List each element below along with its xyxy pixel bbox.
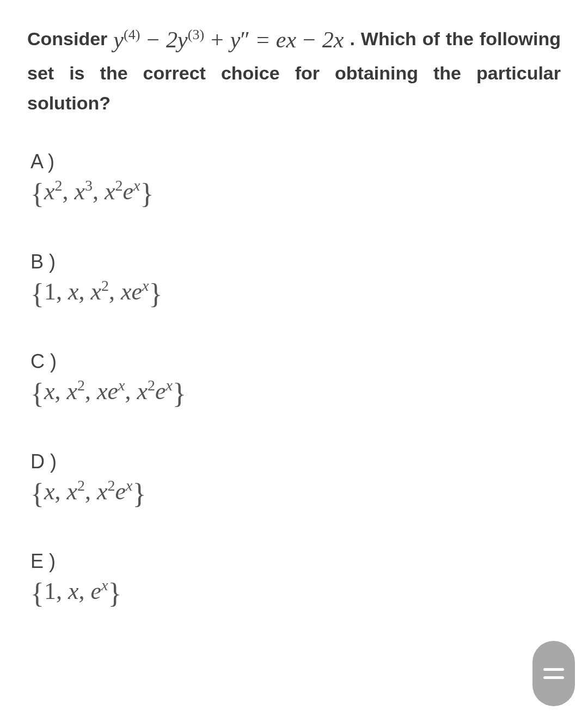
option-label: E ): [30, 550, 561, 573]
option-label: C ): [30, 350, 561, 373]
option-d[interactable]: D ) {x, x2, x2ex}: [30, 450, 561, 512]
option-e[interactable]: E ) {1, x, ex}: [30, 550, 561, 612]
option-math: {x, x2, x2ex}: [30, 475, 561, 512]
option-math: {x, x2, xex, x2ex}: [30, 375, 561, 412]
menu-fab[interactable]: [532, 641, 575, 706]
question-text: Consider y(4) − 2y(3) + y″ = ex − 2x . W…: [27, 22, 561, 118]
option-math: {1, x, x2, xex}: [30, 276, 561, 313]
option-c[interactable]: C ) {x, x2, xex, x2ex}: [30, 350, 561, 412]
menu-icon: [543, 676, 564, 679]
option-b[interactable]: B ) {1, x, x2, xex}: [30, 250, 561, 313]
option-label: D ): [30, 450, 561, 473]
options-list: A ) {x2, x3, x2ex} B ) {1, x, x2, xex} C…: [27, 150, 561, 612]
menu-icon: [543, 668, 564, 671]
option-label: B ): [30, 250, 561, 273]
question-equation: y(4) − 2y(3) + y″ = ex − 2x: [113, 27, 344, 52]
option-a[interactable]: A ) {x2, x3, x2ex}: [30, 150, 561, 212]
option-math: {1, x, ex}: [30, 575, 561, 612]
option-math: {x2, x3, x2ex}: [30, 175, 561, 212]
question-prefix: Consider: [27, 28, 113, 49]
option-label: A ): [30, 150, 561, 173]
